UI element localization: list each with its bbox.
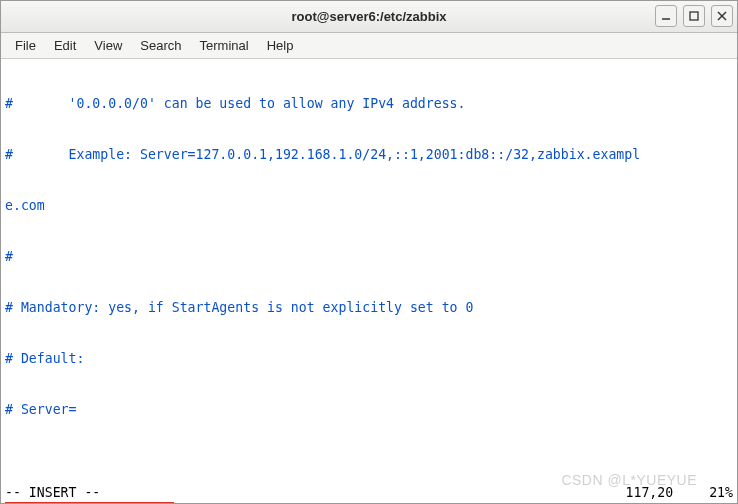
titlebar: root@server6:/etc/zabbix [1, 1, 737, 33]
menu-file[interactable]: File [7, 35, 44, 56]
menu-edit[interactable]: Edit [46, 35, 84, 56]
menu-terminal[interactable]: Terminal [192, 35, 257, 56]
menubar: File Edit View Search Terminal Help [1, 33, 737, 59]
app-window: root@server6:/etc/zabbix File Edit View … [0, 0, 738, 504]
terminal-area[interactable]: # '0.0.0.0/0' can be used to allow any I… [1, 59, 737, 503]
menu-view[interactable]: View [86, 35, 130, 56]
window-title: root@server6:/etc/zabbix [1, 9, 737, 24]
window-controls [655, 5, 733, 27]
vim-cursor-pos: 117,20 [626, 484, 674, 501]
maximize-button[interactable] [683, 5, 705, 27]
term-line: # '0.0.0.0/0' can be used to allow any I… [5, 95, 733, 112]
vim-mode: -- INSERT -- [5, 484, 100, 501]
term-line: # Mandatory: yes, if StartAgents is not … [5, 299, 733, 316]
minimize-button[interactable] [655, 5, 677, 27]
term-line: # [5, 248, 733, 265]
term-line: # Default: [5, 350, 733, 367]
vim-status-row: -- INSERT -- 117,20 21% [5, 484, 733, 501]
vim-scroll-pct: 21% [709, 484, 733, 501]
close-button[interactable] [711, 5, 733, 27]
svg-rect-1 [690, 12, 698, 20]
term-line: e.com [5, 197, 733, 214]
menu-help[interactable]: Help [259, 35, 302, 56]
term-line: # Example: Server=127.0.0.1,192.168.1.0/… [5, 146, 733, 163]
menu-search[interactable]: Search [132, 35, 189, 56]
term-line [5, 452, 733, 469]
term-line: # Server= [5, 401, 733, 418]
